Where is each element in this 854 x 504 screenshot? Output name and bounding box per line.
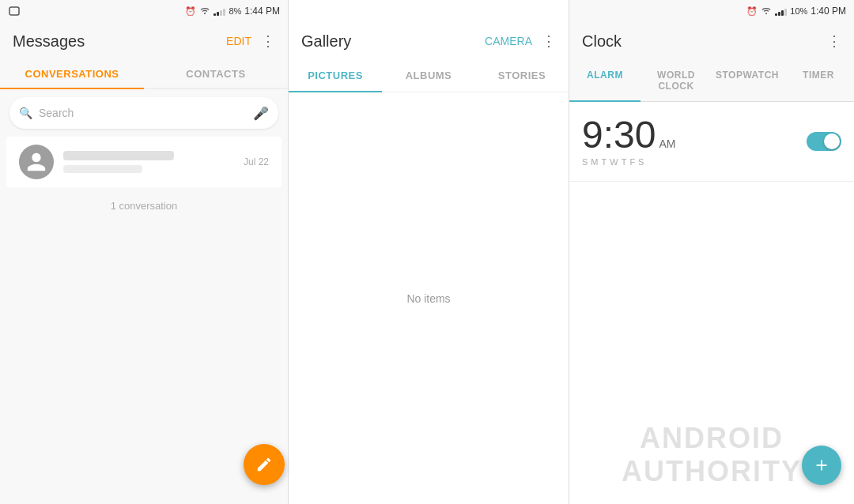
clock-status-bar: ⏰ 10% 1:40 PM — [569, 0, 854, 22]
clock-more-icon[interactable]: ⋮ — [827, 32, 841, 50]
messages-status-bar: ⏰ 8% 1:44 PM — [0, 0, 288, 22]
search-bar[interactable]: 🔍 Search 🎤 — [9, 97, 278, 129]
gallery-header-actions: CAMERA ⋮ — [485, 32, 556, 50]
battery-text: 8% — [229, 6, 241, 16]
day-m: M — [591, 157, 598, 167]
clock-time-display: 1:40 PM — [811, 6, 846, 17]
alarm-time-row: 9:30 AM — [582, 116, 675, 154]
status-bar-right-icons: ⏰ 8% 1:44 PM — [185, 6, 280, 17]
clock-panel: ⏰ 10% 1:40 PM Clock ⋮ ALARM — [569, 0, 854, 504]
toggle-knob — [824, 134, 840, 149]
tab-conversations[interactable]: CONVERSATIONS — [0, 60, 144, 89]
day-s2: S — [638, 157, 644, 167]
alarm-ampm: AM — [659, 137, 675, 150]
compose-fab[interactable] — [244, 444, 285, 485]
messages-header-actions: EDIT ⋮ — [226, 32, 275, 50]
clock-status-right: ⏰ 10% 1:40 PM — [746, 6, 846, 17]
gallery-empty-content: No items — [289, 92, 569, 504]
wifi-icon — [199, 6, 210, 17]
microphone-icon[interactable]: 🎤 — [253, 106, 269, 121]
day-s1: S — [582, 157, 588, 167]
person-icon — [25, 151, 47, 173]
gallery-header: Gallery CAMERA ⋮ — [289, 22, 569, 60]
tab-contacts[interactable]: CONTACTS — [144, 60, 288, 88]
clock-header: Clock ⋮ — [569, 22, 854, 60]
alarm-time-section: 9:30 AM S M T W T F S — [582, 116, 675, 167]
clock-wifi-svg — [761, 6, 772, 15]
messages-panel: ⏰ 8% 1:44 PM Messages EDIT — [0, 0, 289, 504]
messages-tabs: CONVERSATIONS CONTACTS — [0, 60, 288, 89]
notification-icon — [8, 6, 21, 17]
tab-stopwatch[interactable]: STOPWATCH — [712, 60, 783, 101]
day-t2: T — [622, 157, 627, 167]
tab-timer[interactable]: TIMER — [783, 60, 854, 101]
gallery-panel: Gallery CAMERA ⋮ PICTURES ALBUMS STORIES… — [289, 0, 569, 504]
day-f: F — [629, 157, 635, 167]
gallery-title: Gallery — [301, 32, 351, 51]
alarm-item[interactable]: 9:30 AM S M T W T F S — [569, 102, 854, 182]
alarm-icon: ⏰ — [185, 6, 196, 17]
compose-icon — [255, 456, 273, 473]
clock-tabs: ALARM WORLD CLOCK STOPWATCH TIMER — [569, 60, 854, 102]
svg-rect-0 — [9, 7, 19, 15]
avatar — [19, 145, 54, 179]
gallery-status-bar — [289, 0, 569, 22]
tab-stories[interactable]: STORIES — [475, 60, 569, 92]
day-t1: T — [602, 157, 607, 167]
alarm-toggle[interactable] — [807, 132, 841, 151]
search-input[interactable]: Search — [39, 107, 247, 119]
time-display: 1:44 PM — [244, 6, 280, 17]
conversation-preview-placeholder — [63, 165, 142, 173]
no-items-label: No items — [406, 292, 450, 305]
status-bar-left-icons — [8, 6, 21, 17]
gallery-tabs: PICTURES ALBUMS STORIES — [289, 60, 569, 92]
conversation-count: 1 conversation — [0, 187, 288, 224]
clock-wifi-icon — [761, 6, 772, 17]
gallery-more-icon[interactable]: ⋮ — [542, 32, 556, 50]
more-options-icon[interactable]: ⋮ — [261, 32, 275, 50]
alarm-time: 9:30 — [582, 116, 656, 154]
tab-world-clock[interactable]: WORLD CLOCK — [640, 60, 712, 101]
conversation-name-placeholder — [63, 151, 174, 160]
add-alarm-fab[interactable] — [802, 446, 841, 485]
clock-alarm-icon: ⏰ — [746, 6, 758, 17]
clock-signal-bars — [775, 6, 787, 16]
svg-point-1 — [204, 13, 206, 14]
add-icon — [813, 457, 830, 474]
tab-pictures[interactable]: PICTURES — [289, 60, 382, 92]
tab-alarm[interactable]: ALARM — [569, 60, 640, 102]
conversation-content — [63, 151, 234, 173]
search-icon: 🔍 — [19, 107, 32, 119]
messages-title: Messages — [13, 32, 85, 51]
day-w: W — [610, 157, 618, 167]
wifi-svg — [199, 6, 210, 15]
signal-bars — [214, 6, 225, 16]
conversation-date: Jul 22 — [244, 156, 269, 167]
clock-title: Clock — [582, 32, 622, 51]
tab-albums[interactable]: ALBUMS — [382, 60, 475, 92]
svg-point-2 — [765, 13, 767, 14]
conversation-item[interactable]: Jul 22 — [6, 137, 282, 187]
alarm-days: S M T W T F S — [582, 157, 675, 167]
edit-button[interactable]: EDIT — [226, 35, 251, 47]
clock-battery-text: 10% — [790, 6, 807, 16]
messages-header: Messages EDIT ⋮ — [0, 22, 288, 60]
camera-button[interactable]: CAMERA — [485, 35, 532, 47]
